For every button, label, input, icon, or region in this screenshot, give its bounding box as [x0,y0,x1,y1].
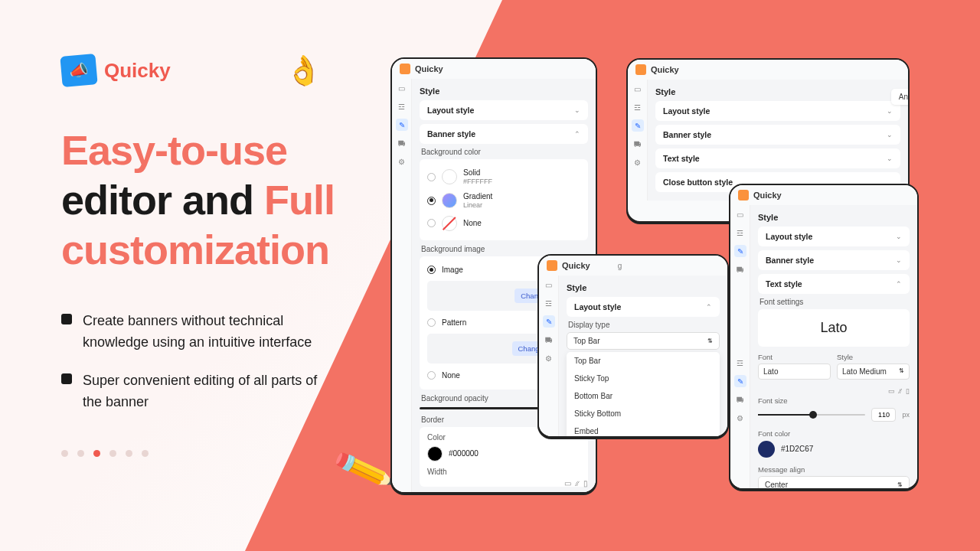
layers-icon[interactable]: ☲ [734,227,746,239]
app-title: Quicky [651,65,679,74]
bg-image-label: Background image [421,245,588,253]
option-embed[interactable]: Embed [567,422,720,438]
border-color-picker[interactable]: #000000 [427,446,580,461]
font-preview: Lato [758,309,910,347]
gear-icon[interactable]: ⚙ [543,352,555,364]
section-title: Style [420,86,588,96]
gear-icon[interactable]: ⚙ [734,412,746,424]
font-family-input[interactable]: Lato [758,364,831,380]
accordion-banner-style[interactable]: Banner style⌄ [655,125,900,145]
app-title: Quicky [753,191,782,200]
pen-icon[interactable]: ✎ [396,119,408,131]
font-size-slider[interactable] [758,414,865,416]
chevron-down-icon: ⌄ [574,106,580,114]
message-align-label: Message align [758,465,910,474]
chevron-up-icon: ⌃ [574,130,580,138]
layers-icon[interactable]: ☲ [543,297,555,309]
radio-gradient[interactable]: GradientLinear [427,189,580,213]
display-type-select[interactable]: Top Bar ⇅ [567,332,720,350]
truck-icon[interactable]: ⛟ [632,138,644,150]
banner-preview [908,124,910,148]
option-sticky-bottom[interactable]: Sticky Bottom [567,405,720,422]
side-rail: ▭ ☲ ✎ ⛟ ⚙ [628,80,648,201]
layers-icon[interactable]: ☲ [734,357,746,369]
app-logo-icon [635,64,646,75]
layers-icon[interactable]: ☲ [632,101,644,113]
pen-icon[interactable]: ✎ [543,315,555,328]
option-sticky-top[interactable]: Sticky Top [567,370,720,387]
bg-color-label: Background color [421,148,588,156]
app-logo-icon [400,64,410,74]
accordion-text-style[interactable]: Text style⌄ [655,148,900,168]
marketing-copy: 📣 Quicky 👌 Easy-to-use editor and Full c… [61,54,383,457]
pen-icon[interactable]: ✎ [734,375,746,387]
accordion-layout-style[interactable]: Layout style⌄ [655,101,900,121]
accordion-layout-style[interactable]: Layout style⌃ [567,297,720,317]
radio-solid[interactable]: Solid#FFFFFF [427,165,580,189]
chevron-up-icon: ⌃ [706,303,712,311]
app-logo-icon [738,190,749,201]
bullet-1: Create banners without technical knowled… [61,311,383,354]
message-align-select[interactable]: Center ⇅ [758,476,910,490]
option-top-bar[interactable]: Top Bar [567,352,720,370]
app-title: Quicky [415,64,443,73]
accordion-text-style[interactable]: Text style⌃ [758,274,910,294]
section-title: Style [655,87,900,96]
accordion-banner-style[interactable]: Banner style ⌃ [420,124,588,144]
option-bottom-bar[interactable]: Bottom Bar [567,387,720,405]
accordion-banner-style[interactable]: Banner style⌄ [758,250,910,270]
truck-icon[interactable]: ⛟ [734,263,746,276]
style-editor-panel-text: Quicky ▭ ☲ ✎ ⛟ ☲ ✎ ⛟ ⚙ Style Layout styl… [729,184,919,490]
font-settings-label: Font settings [760,298,910,306]
side-rail: ▭ ☲ ✎ ⛟ ⚙ [539,276,559,438]
truck-icon[interactable]: ⛟ [396,137,408,149]
display-type-dropdown[interactable]: Top Bar Sticky Top Bottom Bar Sticky Bot… [567,352,720,438]
display-type-label: Display type [568,321,720,329]
megaphone-icon: 📣 [60,54,97,87]
truck-icon[interactable]: ⛟ [734,393,746,406]
accordion-layout-style[interactable]: Layout style ⌄ [420,100,588,120]
pen-icon[interactable]: ✎ [734,245,746,257]
brand-name: Quicky [104,59,171,83]
font-size-input[interactable] [871,408,896,422]
device-toggle-icons[interactable]: ▭ ⫽ ▯ [758,387,910,395]
chevron-down-icon: ⌄ [887,107,893,115]
pen-icon[interactable]: ✎ [632,119,644,132]
side-rail: ▭ ☲ ✎ ⛟ ☲ ✎ ⛟ ⚙ [730,205,750,490]
ok-hand-icon: 👌 [286,54,322,87]
chevron-down-icon: ⌄ [887,131,893,139]
bullet-2: Super convenient editing of all parts of… [61,370,383,413]
layers-icon[interactable]: ☲ [396,100,408,112]
font-size-label: Font size [758,396,910,405]
home-icon[interactable]: ▭ [396,82,408,94]
font-color-picker[interactable]: #1D2C67 [758,441,910,458]
preview-pill: Announcement Ba [891,89,910,105]
section-title: Style [758,213,910,222]
font-style-select[interactable]: Lato Medium⇅ [837,364,910,380]
section-title: Style [567,283,720,292]
device-preview-icons[interactable]: ▭ ⫽ ▯ [564,479,588,487]
font-color-label: Font color [758,429,910,438]
accordion-layout-style[interactable]: Layout style⌄ [758,227,910,246]
gear-icon[interactable]: ⚙ [396,155,408,168]
app-logo-icon [547,260,557,271]
brand-logo: 📣 Quicky [61,55,171,86]
gear-icon[interactable]: ⚙ [632,156,644,168]
updown-icon: ⇅ [707,337,713,344]
radio-none[interactable]: None [427,213,580,234]
app-title: Quicky [562,261,590,270]
traffic-lights [908,112,910,126]
style-editor-panel-layout: Quicky g ▭ ☲ ✎ ⛟ ⚙ Style Layout style⌃ D… [537,254,729,438]
truck-icon[interactable]: ⛟ [543,334,555,346]
headline: Easy-to-use editor and Full customizatio… [61,126,383,274]
side-rail: ▭ ☲ ✎ ⛟ ⚙ [392,79,412,494]
chevron-down-icon: ⌄ [887,155,893,162]
home-icon[interactable]: ▭ [543,279,555,291]
home-icon[interactable]: ▭ [632,83,644,95]
home-icon[interactable]: ▭ [734,208,746,220]
